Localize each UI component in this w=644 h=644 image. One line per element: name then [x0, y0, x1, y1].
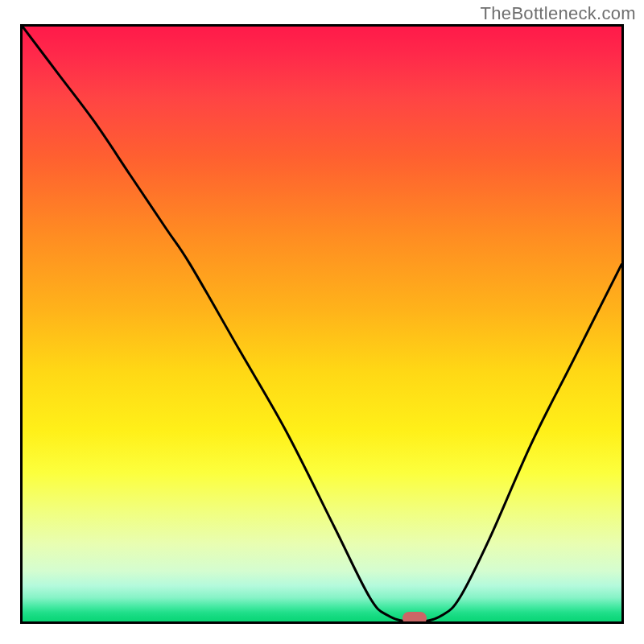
optimal-point-marker — [402, 612, 427, 624]
bottleneck-curve — [23, 27, 621, 621]
watermark-text: TheBottleneck.com — [481, 3, 636, 24]
chart-plot-area — [20, 24, 624, 624]
